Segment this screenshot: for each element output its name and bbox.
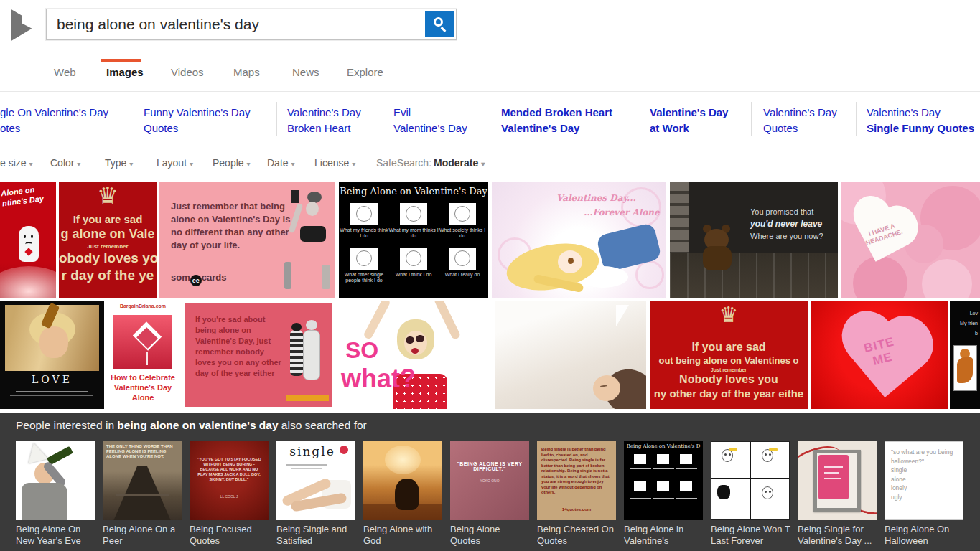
- filter-type[interactable]: Type ▾: [105, 157, 133, 169]
- tab-explore[interactable]: Explore: [347, 66, 383, 78]
- poster-line: obody loves yo: [59, 250, 157, 266]
- panel-border: [711, 478, 789, 479]
- tab-news[interactable]: News: [292, 66, 319, 78]
- image-result-kids-card[interactable]: If you're sad about being alone on Valen…: [183, 301, 334, 409]
- meme-title: Being Alone on Valentine's Day: [339, 186, 488, 197]
- safesearch-dropdown[interactable]: Moderate ▾: [434, 157, 485, 169]
- also-searched-thumb-alone-quotes[interactable]: "BEING ALONE IS VERY DIFFICULT." YOKO ON…: [450, 441, 529, 520]
- text-fragment: Lov: [970, 311, 978, 316]
- text-fragment: My frien: [960, 321, 978, 326]
- image-result-teddy-bear[interactable]: You promised that you'd never leave Wher…: [670, 182, 838, 298]
- related-search-5[interactable]: Mended Broken HeartValentine's Day: [501, 105, 612, 136]
- related-search-1[interactable]: gle On Valentine's Dayotes: [0, 105, 108, 136]
- poster-line: Just remember: [59, 243, 157, 250]
- image-result-keep-calm-poster[interactable]: ♛ If you are sad g alone on Vale Just re…: [59, 182, 157, 298]
- card-text-line: [824, 466, 843, 468]
- image-result-bite-me-heart[interactable]: BITEME: [811, 301, 948, 409]
- card: If you're sad about being alone on Valen…: [185, 303, 332, 407]
- tab-web[interactable]: Web: [54, 66, 76, 78]
- also-searched-thumb-single-valentines[interactable]: [798, 441, 877, 520]
- image-result-anime-forever-alone[interactable]: Valentines Day... ...Forever Alone: [492, 182, 666, 298]
- search-button[interactable]: [425, 11, 454, 37]
- card-text: If you're sad about being alone on Valen…: [195, 314, 283, 379]
- filter-license[interactable]: License ▾: [314, 157, 355, 169]
- active-tab-indicator: [101, 59, 141, 62]
- railroad-tracks: [103, 466, 182, 520]
- filter-date[interactable]: Date ▾: [267, 157, 295, 169]
- image-result-daydream-woman[interactable]: [495, 301, 646, 409]
- thumb-caption[interactable]: Being Single and Satisfied: [276, 524, 358, 547]
- illustration: [303, 330, 320, 380]
- card-text: Just remember that being alone on Valent…: [171, 200, 291, 252]
- thumb-caption[interactable]: Being Single for Valentine's Day ...: [798, 524, 879, 547]
- also-searched-thumb-halloween[interactable]: "so what are you being halloween?" singl…: [885, 441, 963, 520]
- also-searched-thumb-cheated-on[interactable]: Being single is better than being lied t…: [537, 441, 616, 520]
- thumb-caption[interactable]: Being Alone On New Year's Eve: [16, 524, 98, 547]
- related-search-8[interactable]: Valentine's DaySingle Funny Quotes: [867, 105, 974, 136]
- filter-people[interactable]: People ▾: [213, 157, 251, 169]
- illustration-kids: [290, 330, 303, 376]
- tile-text: Alone onntine's Day: [1, 184, 45, 209]
- filter-color[interactable]: Color ▾: [50, 157, 80, 169]
- tile-text: You promised that: [750, 207, 813, 216]
- thumb-caption[interactable]: Being Alone On a Peer: [103, 524, 185, 547]
- poster-title: LOVE: [0, 374, 104, 385]
- broken-heart: [24, 248, 32, 255]
- thumb-caption[interactable]: Being Focused Quotes: [190, 524, 271, 547]
- related-divider: [638, 102, 638, 136]
- frown: [25, 242, 32, 247]
- panel-caption: What society thinks I do: [437, 227, 487, 239]
- thumb-caption[interactable]: Being Alone On Halloween: [885, 524, 966, 547]
- image-result-sad-stick-figure[interactable]: Alone onntine's Day: [0, 182, 56, 298]
- image-result-monkey-card[interactable]: Lov My frien b: [950, 301, 980, 409]
- related-search-4[interactable]: EvilValentine's Day: [393, 105, 467, 136]
- poster-line: g alone on Vale: [59, 227, 157, 242]
- image-result-celebrate-alone[interactable]: BargainBriana.com How to Celebrate Valen…: [106, 301, 179, 409]
- also-searched-thumb-focused-quotes[interactable]: "YOU'VE GOT TO STAY FOCUSED WITHOUT BEIN…: [190, 441, 269, 520]
- also-searched-thumb-alone-valentines[interactable]: Being Alone on Valentine's D: [624, 441, 703, 520]
- image-result-six-panel-meme[interactable]: Being Alone on Valentine's Day What my f…: [339, 182, 488, 298]
- crown-icon: ♛: [650, 302, 808, 327]
- search-input[interactable]: [57, 9, 416, 39]
- meme-panel: [634, 481, 646, 491]
- tile-text: Valentines Day...: [556, 193, 636, 203]
- quote-text: "YOU'VE GOT TO STAY FOCUSED WITHOUT BEIN…: [195, 457, 263, 482]
- illustration: [300, 226, 326, 242]
- thumb-caption[interactable]: Being Cheated On Quotes: [537, 524, 619, 547]
- magnifier-icon: [434, 17, 443, 27]
- also-searched-thumb-peer[interactable]: THE ONLY THING WORSE THAN FEELING ALONE …: [103, 441, 182, 520]
- floor: [670, 253, 838, 298]
- image-result-candy-hearts[interactable]: I HAVE AHEADACHE.: [841, 182, 980, 298]
- eye: [24, 235, 26, 238]
- also-searched-thumb-single-satisfied[interactable]: single: [276, 441, 355, 520]
- filter-image-size[interactable]: e size ▾: [0, 157, 33, 169]
- bing-logo[interactable]: [6, 7, 39, 43]
- thumb-caption[interactable]: Being Alone Quotes: [450, 524, 532, 547]
- thumb-caption[interactable]: Being Alone in Valentine's: [624, 524, 706, 547]
- meme-panel: [449, 248, 476, 270]
- tile-text: what?: [341, 364, 416, 394]
- tab-images[interactable]: Images: [106, 66, 144, 78]
- meme-panel: [400, 203, 427, 225]
- comic-hair: [769, 448, 778, 451]
- quote-text: "BEING ALONE IS VERY DIFFICULT.": [454, 461, 525, 471]
- card-frame: [813, 450, 861, 512]
- tab-maps[interactable]: Maps: [233, 66, 260, 78]
- related-search-2[interactable]: Funny Valentine's DayQuotes: [144, 105, 251, 136]
- related-search-3[interactable]: Valentine's DayBroken Heart: [287, 105, 361, 136]
- image-result-love-demotivational[interactable]: LOVE: [0, 301, 104, 409]
- thumb-caption[interactable]: Being Alone with God: [363, 524, 445, 547]
- related-search-7[interactable]: Valentine's DayQuotes: [763, 105, 837, 136]
- tab-videos[interactable]: Videos: [171, 66, 204, 78]
- image-result-so-what[interactable]: SO what?: [335, 301, 490, 409]
- image-result-keep-calm-poster-2[interactable]: ♛ If you are sad out being alone on Vale…: [650, 301, 808, 409]
- related-search-6[interactable]: Valentine's Dayat Work: [650, 105, 728, 136]
- meme-title: Being Alone on Valentine's D: [624, 443, 703, 449]
- also-searched-thumb-wont-last[interactable]: [711, 441, 790, 520]
- thumb-caption[interactable]: Being Alone Won T Last Forever: [711, 524, 793, 547]
- panel-caption: What I really do: [437, 272, 487, 278]
- image-result-someecard[interactable]: Just remember that being alone on Valent…: [159, 182, 335, 298]
- filter-layout[interactable]: Layout ▾: [157, 157, 193, 169]
- also-searched-thumb-alone-with-god[interactable]: [363, 441, 442, 520]
- also-searched-thumb-new-years-eve[interactable]: [16, 441, 95, 520]
